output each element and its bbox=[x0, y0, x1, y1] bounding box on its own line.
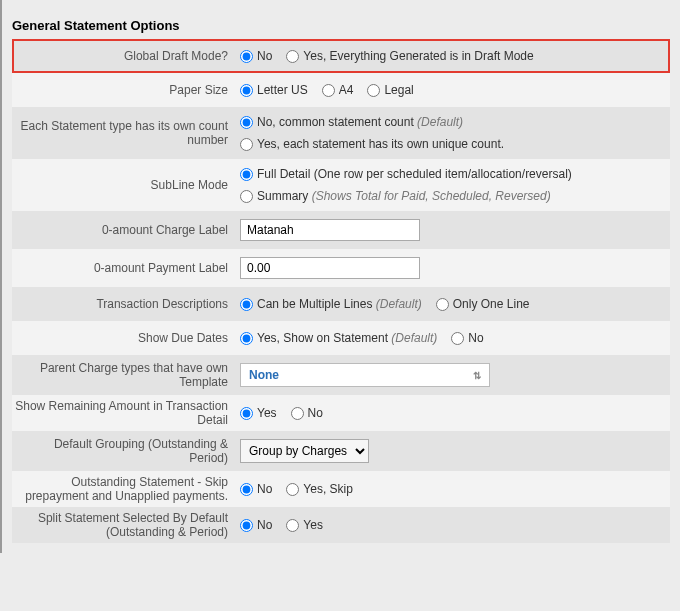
label-due-dates: Show Due Dates bbox=[12, 331, 240, 345]
input-zero-charge[interactable] bbox=[240, 219, 420, 241]
radio-global-draft-no[interactable]: No bbox=[240, 49, 272, 63]
row-remaining: Show Remaining Amount in Transaction Det… bbox=[12, 395, 670, 431]
radio-paper-legal[interactable]: Legal bbox=[367, 83, 413, 97]
row-subline: SubLine Mode Full Detail (One row per sc… bbox=[12, 159, 670, 211]
chevron-updown-icon: ⇅ bbox=[473, 370, 481, 381]
row-parent-template: Parent Charge types that have own Templa… bbox=[12, 355, 670, 395]
radio-split-yes[interactable]: Yes bbox=[286, 518, 323, 532]
label-skip-prepay: Outstanding Statement - Skip prepayment … bbox=[12, 475, 240, 503]
label-zero-payment: 0-amount Payment Label bbox=[12, 261, 240, 275]
radio-count-unique[interactable]: Yes, each statement has its own unique c… bbox=[240, 137, 504, 151]
label-trans-desc: Transaction Descriptions bbox=[12, 297, 240, 311]
label-remaining: Show Remaining Amount in Transaction Det… bbox=[12, 399, 240, 427]
row-due-dates: Show Due Dates Yes, Show on Statement (D… bbox=[12, 321, 670, 355]
row-zero-charge: 0-amount Charge Label bbox=[12, 211, 670, 249]
radio-skip-no[interactable]: No bbox=[240, 482, 272, 496]
row-trans-desc: Transaction Descriptions Can be Multiple… bbox=[12, 287, 670, 321]
settings-panel: General Statement Options Global Draft M… bbox=[0, 0, 680, 553]
radio-skip-yes[interactable]: Yes, Skip bbox=[286, 482, 353, 496]
radio-due-yes[interactable]: Yes, Show on Statement (Default) bbox=[240, 331, 437, 345]
row-count-number: Each Statement type has its own count nu… bbox=[12, 107, 670, 159]
radio-remaining-no[interactable]: No bbox=[291, 406, 323, 420]
radio-paper-a4[interactable]: A4 bbox=[322, 83, 354, 97]
radio-due-no[interactable]: No bbox=[451, 331, 483, 345]
radio-count-common[interactable]: No, common statement count (Default) bbox=[240, 115, 463, 129]
select-parent-template[interactable]: None ⇅ bbox=[240, 363, 490, 387]
label-count-number: Each Statement type has its own count nu… bbox=[12, 119, 240, 147]
label-parent-template: Parent Charge types that have own Templa… bbox=[12, 361, 240, 389]
radio-split-no[interactable]: No bbox=[240, 518, 272, 532]
row-split-default: Split Statement Selected By Default (Out… bbox=[12, 507, 670, 543]
section-title: General Statement Options bbox=[12, 18, 670, 33]
row-grouping: Default Grouping (Outstanding & Period) … bbox=[12, 431, 670, 471]
row-skip-prepay: Outstanding Statement - Skip prepayment … bbox=[12, 471, 670, 507]
label-split-default: Split Statement Selected By Default (Out… bbox=[12, 511, 240, 539]
row-paper-size: Paper Size Letter US A4 Legal bbox=[12, 73, 670, 107]
radio-trans-multi[interactable]: Can be Multiple Lines (Default) bbox=[240, 297, 422, 311]
radio-subline-full[interactable]: Full Detail (One row per scheduled item/… bbox=[240, 167, 572, 181]
radio-remaining-yes[interactable]: Yes bbox=[240, 406, 277, 420]
radio-global-draft-yes[interactable]: Yes, Everything Generated is in Draft Mo… bbox=[286, 49, 533, 63]
select-parent-template-value: None bbox=[249, 368, 279, 382]
row-zero-payment: 0-amount Payment Label bbox=[12, 249, 670, 287]
radio-subline-summary[interactable]: Summary (Shows Total for Paid, Scheduled… bbox=[240, 189, 551, 203]
label-paper-size: Paper Size bbox=[12, 83, 240, 97]
label-grouping: Default Grouping (Outstanding & Period) bbox=[12, 437, 240, 465]
label-zero-charge: 0-amount Charge Label bbox=[12, 223, 240, 237]
label-global-draft: Global Draft Mode? bbox=[12, 49, 240, 63]
select-grouping[interactable]: Group by Charges bbox=[240, 439, 369, 463]
input-zero-payment[interactable] bbox=[240, 257, 420, 279]
label-subline: SubLine Mode bbox=[12, 178, 240, 192]
radio-paper-letter[interactable]: Letter US bbox=[240, 83, 308, 97]
radio-trans-one[interactable]: Only One Line bbox=[436, 297, 530, 311]
row-global-draft: Global Draft Mode? No Yes, Everything Ge… bbox=[12, 39, 670, 73]
